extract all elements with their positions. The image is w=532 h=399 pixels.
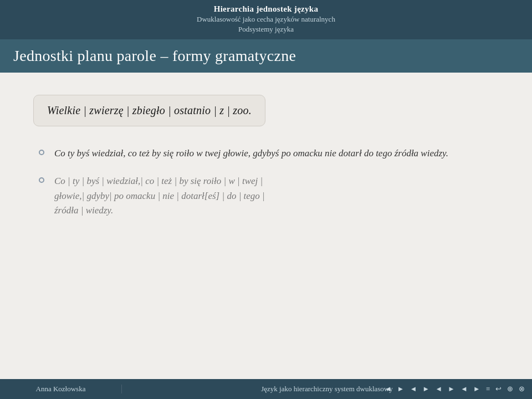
list-item: Co | ty | byś | wiedział,| co | też | by…: [39, 174, 499, 218]
top-header: Hierarchia jednostek języka Dwuklasowość…: [0, 0, 532, 39]
nav-next-icon[interactable]: ►: [396, 383, 406, 395]
main-content: Wielkie | zwierzę | zbiegło | ostatnio |…: [0, 73, 532, 242]
nav-search-icon[interactable]: ⊕: [505, 383, 515, 395]
slide-title: Jednostki planu parole – formy gramatycz…: [13, 47, 519, 65]
sentence-box: Wielkie | zwierzę | zbiegło | ostatnio |…: [33, 95, 265, 126]
bullet-dot-2: [39, 177, 44, 183]
nav-next4-icon[interactable]: ►: [472, 383, 482, 395]
bullet-text-1: Co ty byś wiedział, co też by się roiło …: [54, 146, 448, 161]
header-line3: Podsystemy języka: [11, 25, 521, 34]
bullet-text-2: Co | ty | byś | wiedział,| co | też | by…: [54, 174, 265, 218]
nav-next3-icon[interactable]: ►: [446, 383, 457, 395]
bullet-list: Co ty byś wiedział, co też by się roiło …: [39, 146, 499, 218]
footer-nav[interactable]: ◄ ► ◄ ► ◄ ► ◄ ► ≡ ↩ ⊕ ⊗: [383, 383, 526, 395]
slide-title-bar: Jednostki planu parole – formy gramatycz…: [0, 39, 532, 73]
nav-return-icon[interactable]: ↩: [494, 383, 503, 395]
nav-next2-icon[interactable]: ►: [421, 383, 431, 395]
footer: Anna Kozłowska Język jako hierarchiczny …: [0, 379, 532, 399]
header-line1: Hierarchia jednostek języka: [11, 4, 521, 14]
nav-prev3-icon[interactable]: ◄: [433, 383, 444, 395]
nav-menu-icon[interactable]: ≡: [484, 383, 492, 395]
nav-prev2-icon[interactable]: ◄: [408, 383, 418, 395]
header-line2: Dwuklasowość jako cecha języków naturaln…: [11, 15, 521, 24]
nav-zoom-icon[interactable]: ⊗: [517, 383, 526, 395]
footer-author: Anna Kozłowska: [0, 385, 122, 393]
nav-prev4-icon[interactable]: ◄: [459, 383, 469, 395]
bullet-dot: [39, 150, 44, 155]
list-item: Co ty byś wiedział, co też by się roiło …: [39, 146, 499, 161]
nav-prev-icon[interactable]: ◄: [383, 383, 393, 395]
sentence-text: Wielkie | zwierzę | zbiegło | ostatnio |…: [47, 104, 252, 116]
